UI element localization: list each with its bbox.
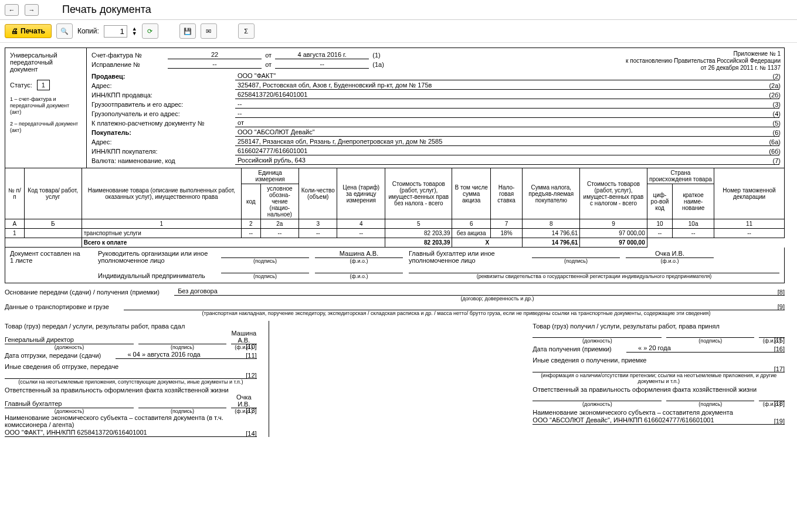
items-table: № п/п Код товара/ работ, услуг Наименова…	[5, 168, 785, 248]
appendix-note: Приложение № 1 к постановлению Правитель…	[626, 50, 781, 72]
forward-button[interactable]: →	[25, 4, 39, 16]
back-button[interactable]: ←	[5, 4, 19, 16]
copies-label: Копий:	[77, 27, 99, 35]
preview-button[interactable]: 🔍	[56, 23, 73, 39]
signatures-block: Документ составлен на 1 листе Руководите…	[5, 248, 785, 283]
refresh-icon: ⟳	[147, 28, 152, 35]
magnifier-icon: 🔍	[60, 28, 69, 35]
upd-side: Универсальный передаточный документ Стат…	[5, 48, 87, 168]
status-box: 1	[37, 80, 50, 90]
printer-icon: 🖨	[11, 27, 18, 35]
total-row: Всего к оплате 82 203,39 Х 14 796,61 97 …	[5, 238, 785, 248]
document-area: Универсальный передаточный документ Стат…	[0, 43, 797, 442]
print-button[interactable]: 🖨 Печать	[5, 24, 52, 38]
sigma-icon: Σ	[244, 28, 248, 35]
window-title: Печать документа	[62, 4, 151, 16]
copies-input[interactable]	[104, 25, 127, 38]
sum-button[interactable]: Σ	[238, 23, 255, 39]
floppy-icon: 💾	[184, 28, 192, 35]
email-button[interactable]: ✉	[201, 23, 217, 39]
refresh-button[interactable]: ⟳	[142, 23, 158, 39]
invoice-header: Приложение № 1 к постановлению Правитель…	[87, 48, 785, 168]
transfer-block: Основание передачи (сдачи) / получения (…	[5, 287, 785, 437]
action-bar: 🖨 Печать 🔍 Копий: ▲▼ ⟳ 💾 ✉ Σ	[0, 20, 797, 43]
table-row: 1 транспортные услуги ---- ---- 82 203,3…	[5, 229, 785, 238]
title-bar: ← → Печать документа	[0, 0, 797, 20]
spinner-icon[interactable]: ▲▼	[132, 26, 137, 36]
envelope-icon: ✉	[206, 28, 211, 35]
save-button[interactable]: 💾	[179, 23, 196, 39]
